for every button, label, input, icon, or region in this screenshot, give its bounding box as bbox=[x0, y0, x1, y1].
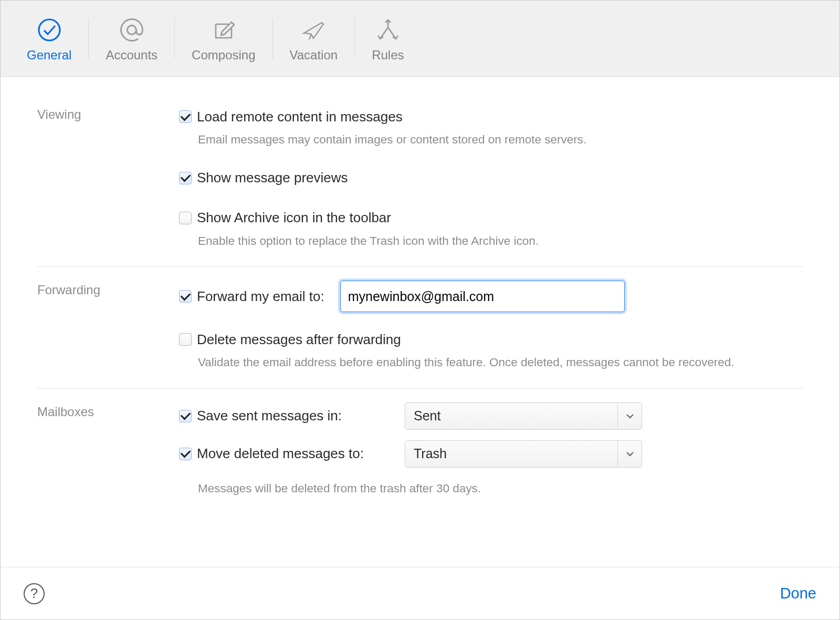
help-button[interactable]: ? bbox=[24, 583, 45, 604]
content: Viewing Load remote content in messages … bbox=[1, 77, 839, 567]
checkbox-load-remote[interactable] bbox=[179, 110, 192, 123]
done-button[interactable]: Done bbox=[780, 585, 816, 602]
footer: ? Done bbox=[1, 567, 839, 619]
section-heading: Mailboxes bbox=[37, 402, 179, 498]
help-text: Messages will be deleted from the trash … bbox=[179, 480, 757, 498]
chevron-down-icon bbox=[617, 441, 642, 467]
select-value: Sent bbox=[414, 408, 617, 423]
tab-accounts[interactable]: Accounts bbox=[89, 9, 174, 67]
option-label: Delete messages after forwarding bbox=[197, 332, 401, 348]
section-heading: Viewing bbox=[37, 105, 179, 250]
airplane-icon bbox=[301, 14, 326, 46]
option-label: Show Archive icon in the toolbar bbox=[197, 210, 391, 226]
checkbox-show-archive[interactable] bbox=[179, 212, 192, 224]
tab-rules[interactable]: Rules bbox=[355, 9, 421, 67]
forward-email-input[interactable] bbox=[340, 281, 625, 312]
help-text: Email messages may contain images or con… bbox=[179, 131, 757, 149]
checkbox-show-previews[interactable] bbox=[179, 172, 192, 184]
help-text: Enable this option to replace the Trash … bbox=[179, 233, 757, 250]
tab-label: Rules bbox=[372, 48, 404, 63]
tab-label: General bbox=[27, 48, 71, 63]
option-show-archive: Show Archive icon in the toolbar bbox=[179, 206, 803, 230]
option-move-deleted: Move deleted messages to: Trash bbox=[179, 440, 803, 468]
section-forwarding: Forwarding Forward my email to: Delete m… bbox=[37, 266, 803, 388]
option-save-sent: Save sent messages in: Sent bbox=[179, 402, 803, 430]
checkbox-delete-after[interactable] bbox=[179, 333, 192, 346]
svg-point-0 bbox=[39, 19, 60, 40]
tab-vacation[interactable]: Vacation bbox=[273, 9, 355, 67]
option-forward: Forward my email to: bbox=[179, 281, 803, 312]
select-value: Trash bbox=[414, 446, 617, 461]
option-label: Forward my email to: bbox=[197, 288, 324, 305]
option-label: Save sent messages in: bbox=[197, 408, 342, 424]
select-move-deleted[interactable]: Trash bbox=[405, 440, 642, 468]
option-label: Load remote content in messages bbox=[197, 109, 403, 125]
section-heading: Forwarding bbox=[37, 281, 179, 371]
option-show-previews: Show message previews bbox=[179, 167, 803, 190]
help-text: Validate the email address before enabli… bbox=[179, 354, 757, 371]
tab-composing[interactable]: Composing bbox=[175, 9, 272, 67]
svg-point-1 bbox=[127, 26, 136, 35]
option-label: Show message previews bbox=[197, 170, 348, 186]
compose-icon bbox=[212, 14, 236, 46]
rules-icon bbox=[376, 14, 400, 46]
checkbox-forward[interactable] bbox=[179, 290, 192, 303]
tab-label: Vacation bbox=[290, 48, 338, 63]
tab-label: Composing bbox=[192, 48, 255, 63]
checkbox-move-deleted[interactable] bbox=[179, 448, 192, 460]
select-save-sent[interactable]: Sent bbox=[405, 402, 642, 430]
chevron-down-icon bbox=[617, 403, 642, 429]
tab-general[interactable]: General bbox=[10, 9, 88, 67]
preferences-window: General Accounts Composing bbox=[0, 0, 840, 620]
question-mark-icon: ? bbox=[30, 585, 38, 602]
option-delete-after: Delete messages after forwarding bbox=[179, 328, 803, 351]
section-mailboxes: Mailboxes Save sent messages in: Sent bbox=[37, 388, 803, 514]
tab-label: Accounts bbox=[106, 48, 158, 63]
checkbox-save-sent[interactable] bbox=[179, 410, 192, 422]
checkmark-circle-icon bbox=[37, 14, 61, 46]
section-viewing: Viewing Load remote content in messages … bbox=[37, 96, 803, 266]
toolbar: General Accounts Composing bbox=[1, 1, 839, 77]
option-load-remote: Load remote content in messages bbox=[179, 105, 803, 128]
at-sign-icon bbox=[120, 14, 144, 46]
option-label: Move deleted messages to: bbox=[197, 446, 364, 462]
